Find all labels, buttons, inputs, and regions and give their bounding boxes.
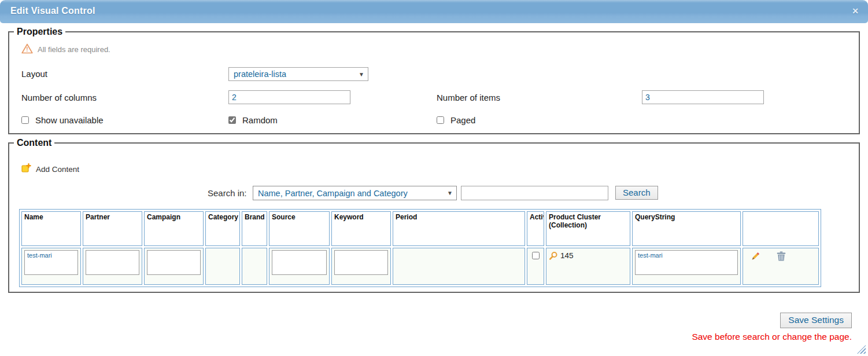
col-header-querystring: QueryString — [632, 211, 741, 246]
close-icon[interactable]: ✕ — [852, 6, 859, 16]
number-of-columns-input[interactable] — [228, 90, 350, 104]
chevron-down-icon: ▼ — [359, 71, 364, 78]
search-query-input[interactable] — [461, 186, 608, 200]
paged-checkbox[interactable] — [437, 116, 444, 124]
edit-pencil-icon[interactable] — [750, 251, 760, 264]
properties-legend: Properties — [14, 27, 65, 37]
content-section: Content Add Content Search in: Name, Par… — [8, 138, 860, 293]
show-unavailable-checkbox[interactable] — [21, 116, 29, 124]
content-table: Name Partner Campaign Category Brand Sou… — [19, 209, 821, 287]
random-checkbox[interactable] — [228, 116, 236, 124]
col-header-source: Source — [269, 211, 330, 246]
search-field-select-value: Name, Partner, Campaign and Category — [258, 189, 408, 198]
row-querystring-input[interactable]: test-mari — [635, 250, 738, 275]
show-unavailable-label: Show unavailable — [35, 115, 104, 125]
number-of-items-label: Number of items — [437, 93, 500, 102]
col-header-category: Category — [205, 211, 240, 246]
col-header-brand: Brand — [242, 211, 267, 246]
col-header-actions — [743, 211, 819, 246]
number-of-items-input[interactable] — [642, 90, 764, 104]
row-partner-input[interactable] — [86, 250, 139, 275]
col-header-campaign: Campaign — [144, 211, 204, 246]
col-header-keyword: Keyword — [331, 211, 391, 246]
row-campaign-input[interactable] — [147, 250, 201, 275]
chevron-down-icon: ▼ — [447, 190, 453, 196]
row-name-input[interactable]: test-mari — [24, 250, 78, 275]
row-source-input[interactable] — [272, 250, 327, 275]
layout-select[interactable]: prateleira-lista ▼ — [228, 67, 368, 81]
row-active-checkbox[interactable] — [532, 252, 540, 259]
random-label: Ramdom — [242, 115, 278, 125]
table-row: test-mari — [21, 248, 819, 285]
row-keyword-input[interactable] — [334, 250, 388, 275]
dialog-footer: Save Settings Save before search or chan… — [692, 313, 852, 342]
row-period-cell — [393, 248, 525, 285]
save-settings-button[interactable]: Save Settings — [780, 313, 852, 328]
properties-section: Properties ! All fields are required. La… — [8, 27, 860, 134]
required-note: All fields are required. — [38, 45, 110, 54]
search-button[interactable]: Search — [615, 186, 658, 200]
search-field-select[interactable]: Name, Partner, Campaign and Category ▼ — [253, 186, 457, 200]
row-brand-cell — [242, 248, 267, 285]
save-warning-text: Save before search or change the page. — [692, 332, 852, 342]
col-header-name: Name — [21, 211, 81, 246]
col-header-product-cluster: Product Cluster (Collection) — [546, 211, 630, 246]
layout-label: Layout — [21, 69, 47, 79]
search-in-label: Search in: — [208, 188, 247, 198]
add-content-button[interactable]: Add Content — [21, 163, 79, 175]
magnifier-icon[interactable] — [549, 251, 558, 262]
layout-select-value: prateleira-lista — [234, 69, 286, 79]
col-header-partner: Partner — [83, 211, 142, 246]
paged-label: Paged — [450, 115, 475, 125]
number-of-columns-label: Number of columns — [21, 93, 97, 102]
resize-handle-icon[interactable] — [857, 345, 866, 354]
table-header-row: Name Partner Campaign Category Brand Sou… — [21, 211, 819, 246]
col-header-active: Activ — [527, 211, 544, 246]
content-legend: Content — [14, 138, 54, 148]
add-note-icon — [21, 163, 31, 175]
dialog-titlebar: Edit Visual Control ✕ — [0, 0, 868, 23]
warning-icon: ! — [21, 43, 33, 56]
col-header-period: Period — [393, 211, 525, 246]
add-content-label: Add Content — [36, 165, 79, 174]
delete-trash-icon[interactable] — [777, 251, 786, 264]
svg-text:!: ! — [26, 46, 28, 53]
row-category-cell — [205, 248, 240, 285]
dialog-title: Edit Visual Control — [10, 6, 95, 16]
product-cluster-value: 145 — [560, 251, 574, 260]
